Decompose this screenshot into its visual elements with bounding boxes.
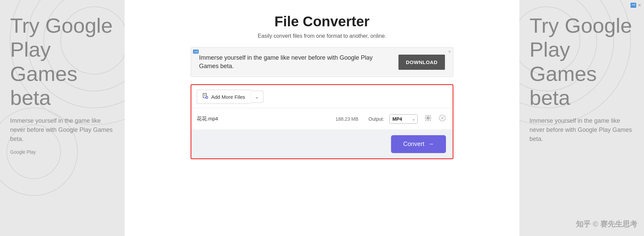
watermark-text: 知乎 © 赛先生思考 <box>576 219 637 229</box>
converter-box: Add More Files ⌄ 花花.mp4 188.23 MB Output… <box>191 84 453 159</box>
remove-file-button[interactable] <box>437 113 447 125</box>
ad-right-body: Immerse yourself in the game like never … <box>529 116 634 144</box>
gear-icon <box>424 116 432 123</box>
page-title: File Converter <box>275 13 369 30</box>
file-name: 花花.mp4 <box>197 116 332 122</box>
main-content: File Converter Easily convert files from… <box>125 0 519 236</box>
add-files-label: Add More Files <box>211 94 245 100</box>
add-files-button[interactable]: Add More Files <box>197 90 251 104</box>
ad-banner-text: Immerse yourself in the game like never … <box>199 54 392 70</box>
converter-footer: Convert → <box>191 130 453 158</box>
output-label: Output: <box>368 116 384 122</box>
ad-left-title: Try Google Play Games beta <box>10 13 115 110</box>
svg-point-12 <box>427 117 429 119</box>
ad-right-title: Try Google Play Games beta <box>529 13 634 110</box>
convert-arrow-icon: → <box>428 141 434 148</box>
ad-right-badges: Ad ✕ <box>631 3 641 8</box>
ad-badge: Ad <box>193 50 199 54</box>
ad-left-panel: Try Google Play Games beta Immerse yours… <box>0 0 125 236</box>
add-files-dropdown-button[interactable]: ⌄ <box>251 91 263 103</box>
output-format-selector[interactable]: MP4 AVI MOV MKV WMV FLV WebM ⌄ <box>389 114 418 124</box>
close-circle-icon <box>439 116 446 123</box>
chevron-down-icon: ⌄ <box>255 94 259 99</box>
ad-download-button[interactable]: DOWNLOAD <box>398 55 445 70</box>
ad-banner: Ad ✕ Immerse yourself in the game like n… <box>191 47 453 77</box>
add-file-icon <box>202 93 208 100</box>
output-format-select[interactable]: MP4 AVI MOV MKV WMV FLV WebM <box>390 115 410 123</box>
file-size: 188.23 MB <box>335 116 358 122</box>
ad-left-body: Immerse yourself in the game like never … <box>10 116 115 144</box>
ad-right-panel: Ad ✕ Try Google Play Games beta Immerse … <box>519 0 644 236</box>
file-row: 花花.mp4 188.23 MB Output: MP4 AVI MOV MKV… <box>191 108 453 130</box>
convert-label: Convert <box>403 141 424 148</box>
ad-left-link[interactable]: Google Play <box>10 149 36 155</box>
output-select-arrow-icon: ⌄ <box>410 115 417 123</box>
convert-button[interactable]: Convert → <box>391 135 446 153</box>
page-wrapper: Try Google Play Games beta Immerse yours… <box>0 0 644 236</box>
converter-toolbar: Add More Files ⌄ <box>191 85 453 108</box>
ad-right-close[interactable]: ✕ <box>638 3 641 8</box>
ad-banner-close[interactable]: ✕ <box>448 50 451 54</box>
ad-right-badge[interactable]: Ad <box>631 3 636 8</box>
page-subtitle: Easily convert files from one format to … <box>258 33 386 39</box>
settings-button[interactable] <box>423 113 433 125</box>
